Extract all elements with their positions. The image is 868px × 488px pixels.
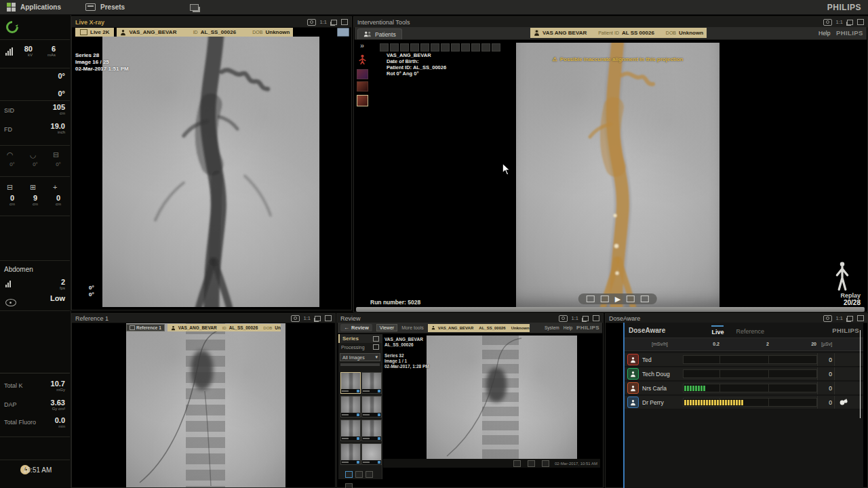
series-thumbnail[interactable]	[361, 396, 382, 418]
system-menu[interactable]: System	[545, 325, 559, 330]
dose-row-nrs-carla[interactable]: Nrs Carla 0	[625, 382, 863, 395]
patient-banner[interactable]: VAS_ANG_BEVAR AL_SS_00026 Unknown	[428, 324, 530, 332]
mas-unit: mAs	[39, 53, 56, 57]
patient-banner[interactable]: VAS_ANG_BEVAR ID AL_SS_00026 DOB Unknown	[167, 324, 281, 331]
series-label: Series	[342, 336, 359, 342]
toolbar-icon[interactable]	[400, 43, 409, 52]
toolbar-icon[interactable]	[461, 43, 470, 52]
one-to-one-icon[interactable]: 1:1	[320, 19, 327, 25]
float-window-icon[interactable]	[847, 20, 853, 25]
series-thumbnail[interactable]	[340, 396, 361, 418]
float-window-icon[interactable]	[583, 316, 589, 321]
overlay-image-counter: Image 1 / 1	[384, 359, 429, 364]
interventional-title: Interventional Tools	[357, 19, 410, 26]
monitor-select-icon[interactable]	[337, 28, 349, 37]
processing-tab[interactable]: Processing	[338, 343, 382, 351]
tab-more-tools[interactable]: More tools	[401, 325, 424, 330]
image-filter-dropdown[interactable]: All Images ▾	[340, 353, 380, 361]
layout-icon[interactable]	[345, 471, 353, 478]
total-fluoro-unit: min	[34, 424, 65, 428]
series-thumbnail[interactable]	[361, 443, 382, 465]
dose-meter-icon[interactable]	[839, 396, 848, 409]
toolbar-icon[interactable]	[441, 43, 450, 52]
print-icon[interactable]	[355, 471, 363, 478]
tab-patients[interactable]: Patients	[357, 28, 402, 39]
reference-image[interactable]	[126, 323, 285, 487]
review-back-button[interactable]: ← Review	[340, 324, 372, 331]
float-window-icon[interactable]	[315, 316, 321, 321]
doseaware-app: DoseAware Live Reference PHILIPS [mSv/h]…	[623, 323, 863, 488]
toolbar-icon[interactable]	[451, 43, 460, 52]
step-forward-icon[interactable]	[627, 296, 635, 302]
patient-figure-icon[interactable]	[357, 54, 368, 67]
play-icon[interactable]: ▶	[615, 296, 620, 302]
dose-row-dr-perry[interactable]: Dr Perry 0	[625, 396, 863, 409]
patient-banner[interactable]: VAS_ANG_BEVAR ID AL_SS_00026 DOB Unknown	[117, 28, 293, 37]
series-thumbnail-icon[interactable]	[357, 81, 368, 92]
one-to-one-icon[interactable]: 1:1	[836, 315, 843, 321]
maximize-icon[interactable]	[593, 315, 599, 321]
selected-thumbnail-icon[interactable]	[357, 95, 368, 106]
export-frame-icon[interactable]	[641, 296, 649, 302]
one-to-one-icon[interactable]: 1:1	[572, 315, 578, 321]
step-back-icon[interactable]	[601, 296, 609, 302]
one-to-one-icon[interactable]: 1:1	[304, 315, 311, 321]
tab-live-2k[interactable]: Live 2K	[75, 28, 114, 37]
maximize-icon[interactable]	[857, 315, 864, 321]
float-window-icon[interactable]	[331, 20, 337, 25]
reference-tab-label: Reference 1	[136, 325, 161, 330]
tab-live[interactable]: Live	[711, 325, 724, 336]
help-link[interactable]: Help	[818, 30, 830, 37]
patient-id: AL SS 00026	[622, 30, 654, 36]
toolbar-icon[interactable]	[431, 43, 439, 52]
snapshot-icon[interactable]	[307, 19, 316, 26]
horizontal-scrollbar[interactable]	[356, 307, 865, 312]
series-tab[interactable]: Series	[338, 334, 382, 343]
expand-sidebar-icon[interactable]: »	[357, 41, 368, 49]
fusion-image[interactable]: ⚠ Possible inaccurate alignment in this …	[516, 43, 719, 307]
toolbar-icon[interactable]	[471, 43, 480, 52]
toolbar-icon[interactable]	[380, 43, 389, 52]
patient-banner[interactable]: VAS ANG BEVAR Patient ID AL SS 00026 DOB…	[530, 28, 707, 38]
toolbar-icon[interactable]	[410, 43, 419, 52]
maximize-icon[interactable]	[325, 315, 332, 321]
live-xray-image[interactable]	[102, 37, 319, 307]
tab-reference[interactable]: Reference	[736, 326, 764, 335]
float-window-icon[interactable]	[847, 316, 853, 321]
acquisition-sidebar: 80 kV 6 mAs 0° 0° SID 105 cm FD 19.0 inc…	[0, 15, 71, 488]
roadmap-thumbnail-icon[interactable]	[357, 69, 368, 79]
review-image[interactable]	[427, 336, 577, 459]
series-thumbnail[interactable]	[361, 420, 382, 441]
help-menu[interactable]: Help	[564, 325, 572, 330]
maximize-icon[interactable]	[341, 19, 348, 25]
presets-menu[interactable]: Presets	[85, 3, 125, 11]
snapshot-icon[interactable]	[823, 19, 832, 26]
toolbar-icon[interactable]	[481, 43, 490, 52]
settings-icon[interactable]	[345, 483, 353, 488]
dose-row-ted[interactable]: Ted 0	[625, 353, 863, 367]
bookmark-frame-icon[interactable]	[587, 296, 595, 302]
toolbar-icon[interactable]	[390, 43, 399, 52]
series-thumbnail[interactable]	[361, 372, 382, 394]
back-arrow-icon: ←	[344, 325, 349, 331]
toolbar-icon[interactable]	[492, 43, 500, 52]
staff-name: Ted	[642, 357, 683, 363]
series-thumbnail[interactable]	[340, 420, 361, 441]
toolbar-icon[interactable]	[420, 43, 429, 52]
snapshot-icon[interactable]	[291, 315, 300, 322]
series-thumbnail[interactable]	[340, 372, 361, 394]
snapshot-icon[interactable]	[559, 315, 568, 322]
save-icon[interactable]	[366, 471, 373, 478]
replay-label: Replay	[833, 292, 861, 299]
reset-rotation-icon[interactable]	[5, 20, 19, 34]
applications-menu[interactable]: Applications	[7, 3, 61, 12]
tab-reference-1[interactable]: Reference 1	[126, 324, 165, 331]
snapshot-icon[interactable]	[823, 315, 832, 322]
one-to-one-icon[interactable]: 1:1	[836, 19, 843, 25]
dose-row-tech-doug[interactable]: Tech Doug 0	[625, 367, 863, 381]
tab-viewer[interactable]: Viewer	[376, 324, 397, 331]
refresh-icon[interactable]	[373, 336, 379, 342]
maximize-icon[interactable]	[857, 19, 864, 25]
series-thumbnail[interactable]	[340, 443, 361, 465]
screen-copy-button[interactable]	[190, 4, 199, 11]
